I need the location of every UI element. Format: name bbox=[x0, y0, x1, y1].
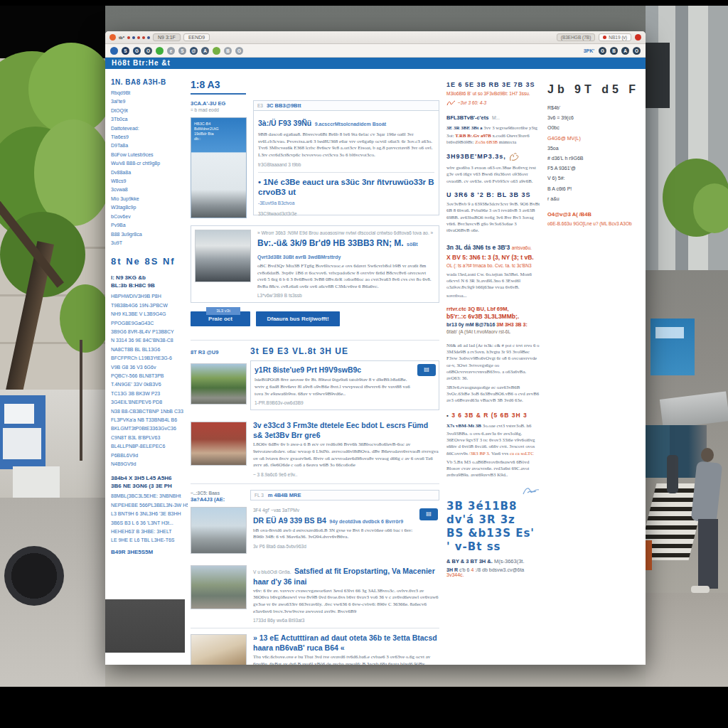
toolbar-icon[interactable]: B bbox=[224, 47, 232, 55]
session-badge[interactable]: (B3EHGB (7B) bbox=[557, 33, 596, 41]
account-icon[interactable]: O bbox=[633, 47, 641, 55]
sidebar-link[interactable]: N4B9GV9d bbox=[111, 460, 188, 469]
news-headline[interactable]: 3v e33cd 3 Frm3te dtetele Eec bdot L esc… bbox=[253, 420, 439, 430]
notification-button[interactable] bbox=[635, 34, 641, 41]
toolbar-icon[interactable]: G bbox=[133, 47, 141, 55]
sidebar-link[interactable]: PPOG8E9GaG43C bbox=[111, 319, 188, 328]
sidebar-link[interactable]: 3al'te9 bbox=[111, 97, 188, 106]
sidebar-link[interactable]: FL3PVKa'a NB T33BNB4L B6 bbox=[111, 416, 188, 424]
sidebar-link[interactable]: NA8CT8B BL BL13G6 bbox=[111, 346, 188, 354]
news-headline[interactable]: DR EÜ A9 339 BS B4 bbox=[253, 516, 326, 525]
toolbar-icon[interactable]: O bbox=[144, 47, 152, 55]
index-link[interactable]: 3v6 = 39(c6 bbox=[547, 113, 646, 123]
sidebar-link[interactable]: BL4LLPN8P-8ELEPEC6 bbox=[111, 442, 188, 451]
sidebar-link[interactable]: HBPHWDIV3H9B P8H bbox=[111, 292, 188, 301]
news-thumbnail[interactable] bbox=[191, 507, 247, 554]
profile-badge[interactable]: NB19 (v) bbox=[599, 33, 631, 41]
red-link-line[interactable]: rrtvr.ctc 3Q BU, Lbf 69M, bbox=[446, 305, 540, 313]
site-title[interactable]: Hö8t Btr:He &t bbox=[112, 59, 171, 67]
bookmark-button[interactable]: ▤ bbox=[417, 364, 436, 376]
news-thumbnail[interactable] bbox=[191, 363, 247, 405]
index-link[interactable]: # d36'L h r9G6B bbox=[547, 154, 646, 164]
sidebar-link[interactable]: Tla6es9 bbox=[111, 133, 188, 141]
browser-tab-1[interactable]: N9 3:1F bbox=[153, 33, 181, 41]
index-orange-heading[interactable]: O4@v@3 A( /B4B bbox=[547, 211, 646, 218]
sidebar-link[interactable]: 3G4EIL'8NEPEV6 PD8 bbox=[111, 398, 188, 407]
sidebar-link[interactable]: 3B9G6 8VR-8L4V P13B8CY bbox=[111, 328, 188, 336]
sidebar-link[interactable]: BKLGMT3tP0BtE3363GvC36 bbox=[111, 424, 188, 433]
sidebar-link[interactable]: LE 9HE E L6 TBL L3HE-T6S bbox=[111, 536, 188, 545]
index-link[interactable]: B A c6t6 P! bbox=[547, 184, 646, 194]
sidebar-link[interactable]: BüFow Lutesb9ces bbox=[111, 151, 188, 159]
section-label[interactable]: 8T R3 @U9 bbox=[191, 349, 250, 355]
bullet-red-heading[interactable]: 3 6 3B & R (5 6B 3H 3 bbox=[451, 412, 528, 419]
news-headline[interactable]: s& 3et3Bv Brr gre6 bbox=[253, 430, 439, 440]
orange-note[interactable]: M3lo6Bt6 B' ut so 3F3vBd9Bt: 1H7 3ssu. bbox=[446, 90, 540, 97]
sidebar-link[interactable]: B88 3u9gr8ca bbox=[111, 230, 188, 239]
news-thumbnail[interactable] bbox=[191, 422, 247, 466]
sidebar-link[interactable]: Dv88a8a bbox=[111, 168, 188, 177]
sidebar-link[interactable]: 3cvwa8 bbox=[111, 186, 188, 194]
account-icon[interactable]: B bbox=[610, 47, 618, 55]
sidebar-bold-link[interactable]: B49R 3HE5S5M bbox=[111, 549, 188, 555]
sidebar-link[interactable]: 3Tb0ca bbox=[111, 115, 188, 124]
news-headline[interactable]: Satsfied at fit Eropstarting, Va Macenie… bbox=[294, 567, 435, 575]
sidebar-link[interactable]: T.4N9GE' 33V 0kB3V6 bbox=[111, 380, 188, 389]
index-link[interactable]: r a&u bbox=[547, 194, 646, 204]
secondary-action-button[interactable]: Dfaaura bus Reijiwofft! bbox=[256, 311, 340, 326]
toolbar-icon[interactable]: A bbox=[201, 47, 209, 55]
index-link[interactable]: R$4b' bbox=[547, 103, 646, 113]
sidebar-link[interactable]: N38 B8-CB3BCTBNP 1NbB C33 bbox=[111, 407, 188, 416]
toolbar-icon[interactable]: S bbox=[122, 47, 129, 55]
sidebar-link[interactable]: 88MBL(3BC3L5EHE: 3NBNBHt bbox=[111, 492, 188, 500]
sidebar-link[interactable]: P6BBL6V9d bbox=[111, 451, 188, 460]
toolbar-icon[interactable]: S bbox=[178, 47, 186, 55]
index-link[interactable]: G4G6@ MV(L) bbox=[547, 134, 646, 144]
toolbar-icon[interactable] bbox=[213, 47, 220, 55]
toolbar-icon[interactable]: e bbox=[167, 47, 175, 55]
news-thumbnail[interactable] bbox=[195, 230, 251, 282]
sidebar-link[interactable]: NEPEHEBE 566PL3BEL3N-3W H5H bbox=[111, 501, 188, 510]
sidebar-link[interactable]: V9B G8 36 V3 6G6v bbox=[111, 363, 188, 372]
sidebar-link[interactable]: W8cs9 bbox=[111, 177, 188, 186]
sidebar-link[interactable]: TC13G 3B BK3W P23 bbox=[111, 390, 188, 398]
button-overlay-tab[interactable]: 3L3 v3t bbox=[206, 307, 240, 315]
sidebar-link[interactable]: Wu/v8 B88-cr cht9g8p bbox=[111, 159, 188, 168]
news-headline[interactable]: Bv:.-ü& 3k/9 Br'd9 HB 33BB3 RN; M. bbox=[257, 238, 404, 248]
index-link[interactable]: V 6) 5#: bbox=[547, 173, 646, 183]
red-link-line[interactable]: b5'r:.:c 6v3B 3L3L3MMb;. bbox=[446, 313, 540, 321]
sidebar-link[interactable]: Mio 3up9kke bbox=[111, 195, 188, 203]
index-link[interactable]: 35oa bbox=[547, 144, 646, 154]
sidebar-link[interactable]: C9N8T B3L B'BPLV63 bbox=[111, 434, 188, 442]
ad-placeholder[interactable] bbox=[105, 599, 185, 653]
news-headline[interactable]: haar d'y 36 inai bbox=[253, 577, 439, 587]
sidebar-link[interactable]: L3 BNT9H 6 3NL3H6 '3E B3HH bbox=[111, 510, 188, 518]
sidebar-link[interactable]: 3u9T bbox=[111, 239, 188, 247]
sidebar-link[interactable]: bCov6ev bbox=[111, 213, 188, 221]
sidebar-link[interactable]: BFCFPRCh L19B3YtE3G-6 bbox=[111, 354, 188, 363]
index-link[interactable]: F5 A 9361'@ bbox=[547, 164, 646, 173]
poster-image[interactable]: HB3C-B4 BdWdrer2UtG 19dBdr Bta db:: bbox=[191, 117, 247, 218]
index-orange-line[interactable]: o6E-B.663u 9GO[Lne u? (ML Bcv3 A3Ob bbox=[547, 220, 646, 227]
footer-orange-link[interactable]: 3v344c. bbox=[446, 572, 464, 577]
toolbar-icon[interactable]: G bbox=[235, 47, 243, 55]
sidebar-link[interactable]: PQBC'r-566 BLN8T3PB bbox=[111, 372, 188, 380]
sidebar-link[interactable]: Rbqd9Bt bbox=[111, 89, 188, 97]
sidebar-link[interactable]: Pv9Ba bbox=[111, 221, 188, 230]
news-headline[interactable]: haara nB6vaB' ruca B64 « bbox=[253, 643, 439, 653]
toolbar-icon[interactable] bbox=[156, 47, 164, 55]
article-headline[interactable]: • 1Né c3Be eauct ura s3üc 3nr ñtvruwüo33… bbox=[258, 177, 434, 197]
news-thumbnail[interactable] bbox=[191, 565, 247, 609]
news-thumbnail[interactable] bbox=[191, 634, 247, 665]
sidebar-link[interactable]: NH9 KL3BE V L3B9G4G bbox=[111, 310, 188, 318]
index-link[interactable]: O0bc bbox=[547, 123, 646, 133]
window-close-button[interactable] bbox=[109, 34, 116, 41]
sidebar-link[interactable]: N 3314 36 9E 84C'BN38-C8 bbox=[111, 336, 188, 345]
header-title[interactable]: m 4B4B MRE bbox=[268, 492, 301, 498]
sidebar-link[interactable]: 3B6S B3 L 6 36 'L3NT H3t... bbox=[111, 519, 188, 528]
sidebar-link[interactable]: HEHEH63' B 3HBE: 3HELT bbox=[111, 528, 188, 536]
news-headline[interactable]: y1Rt 8iste'ue9 Prt H9V9swB9c bbox=[255, 365, 435, 375]
toolbar-icon[interactable] bbox=[110, 47, 118, 55]
article-headline[interactable]: 3à:/Ü F93 39Ñü bbox=[258, 119, 311, 127]
account-icon[interactable]: A bbox=[621, 47, 629, 55]
